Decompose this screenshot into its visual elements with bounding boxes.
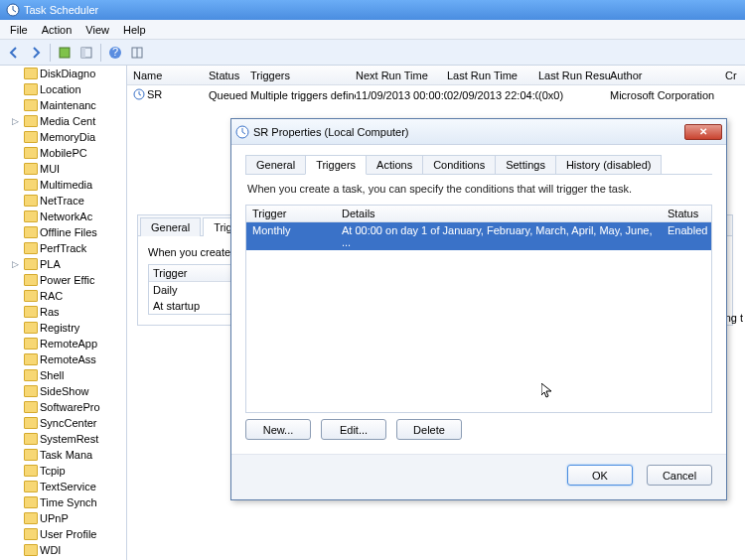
tree-item[interactable]: Multimedia — [0, 177, 126, 193]
tab-history[interactable]: History (disabled) — [555, 155, 663, 174]
new-button[interactable]: New... — [245, 419, 311, 440]
tree-item[interactable]: SoftwarePro — [0, 399, 126, 415]
properties-dialog: SR Properties (Local Computer) ✕ General… — [230, 118, 727, 500]
tree-item[interactable]: Ras — [0, 304, 126, 320]
tree-item-label: RAC — [40, 290, 63, 302]
tree-item-label: SoftwarePro — [40, 401, 100, 413]
tree-item[interactable]: WDI — [0, 542, 126, 558]
tree-item-label: RemoteAss — [40, 353, 96, 365]
dialog-tabs: General Triggers Actions Conditions Sett… — [245, 155, 712, 175]
close-button[interactable]: ✕ — [684, 124, 722, 140]
menu-help[interactable]: Help — [117, 22, 152, 38]
menu-action[interactable]: Action — [36, 22, 78, 38]
col-triggers[interactable]: Triggers — [250, 70, 356, 81]
col-status[interactable]: Status — [209, 70, 250, 81]
task-result: (0x0) — [538, 89, 610, 101]
tree-item[interactable]: MemoryDia — [0, 129, 126, 145]
tab-actions[interactable]: Actions — [366, 155, 423, 174]
th-status[interactable]: Status — [662, 206, 711, 221]
col-name[interactable]: Name — [133, 70, 209, 81]
task-name: SR — [133, 88, 209, 102]
trigger-cell-status: Enabled — [662, 222, 711, 250]
menu-view[interactable]: View — [79, 22, 115, 38]
toolbar: ? — [0, 40, 745, 66]
back-button[interactable] — [4, 43, 24, 63]
expand-icon[interactable]: ▷ — [12, 259, 19, 269]
app-icon — [6, 3, 20, 17]
tree-item[interactable]: TextService — [0, 479, 126, 494]
menu-file[interactable]: File — [4, 22, 34, 38]
tree-item[interactable]: Tcpip — [0, 463, 126, 479]
tree-item[interactable]: Location — [0, 81, 126, 97]
tree-item[interactable]: NetTrace — [0, 193, 126, 209]
dialog-title: SR Properties (Local Computer) — [253, 126, 409, 138]
tree-item-label: Maintenanc — [40, 99, 96, 111]
properties-button[interactable] — [76, 43, 96, 63]
tab-settings[interactable]: Settings — [495, 155, 556, 174]
tree-item[interactable]: PerfTrack — [0, 240, 126, 256]
tree-item-label: RemoteApp — [40, 338, 97, 350]
trigger-row-selected[interactable]: Monthly At 00:00 on day 1 of January, Fe… — [246, 222, 711, 250]
tree-item[interactable]: Offline Files — [0, 224, 126, 240]
tree-item[interactable]: Task Mana — [0, 447, 126, 463]
tree-item-label: Time Synch — [40, 496, 97, 508]
tree-item[interactable]: RemoteAss — [0, 351, 126, 367]
action-pane-button[interactable] — [55, 43, 74, 63]
tree-item[interactable]: SyncCenter — [0, 415, 126, 431]
tree-item[interactable]: Time Synch — [0, 494, 126, 510]
tree-item[interactable]: UPnP — [0, 510, 126, 526]
tree-item[interactable]: MUI — [0, 161, 126, 177]
toolbar-divider-2 — [100, 44, 101, 62]
tree-item[interactable]: RemoteApp — [0, 336, 126, 351]
ok-button[interactable]: OK — [567, 465, 633, 486]
menu-bar: File Action View Help — [0, 20, 745, 40]
columns-button[interactable] — [127, 43, 147, 63]
tree-item-label: SyncCenter — [40, 417, 96, 429]
trigger-list: Trigger Details Status Monthly At 00:00 … — [245, 205, 712, 413]
tree-item[interactable]: DiskDiagno — [0, 66, 126, 81]
cancel-button[interactable]: Cancel — [647, 465, 712, 486]
th-details[interactable]: Details — [336, 206, 662, 221]
tree-item-label: NetworkAc — [40, 210, 92, 222]
tab-triggers[interactable]: Triggers — [305, 155, 367, 175]
delete-button[interactable]: Delete — [396, 419, 462, 440]
tree-item-label: SideShow — [40, 385, 89, 397]
tree-item[interactable]: MobilePC — [0, 145, 126, 161]
col-cr[interactable]: Cr — [725, 70, 745, 81]
tree-item-label: Shell — [40, 369, 64, 381]
th-trigger[interactable]: Trigger — [246, 206, 336, 221]
dialog-titlebar[interactable]: SR Properties (Local Computer) ✕ — [231, 119, 726, 145]
tree-item-label: PLA — [40, 258, 61, 270]
tree-item-label: Power Effic — [40, 274, 94, 286]
bg-tab-general[interactable]: General — [140, 217, 201, 236]
tree-item-label: Registry — [40, 322, 79, 334]
tab-general[interactable]: General — [245, 155, 306, 174]
tree-item[interactable]: User Profile — [0, 526, 126, 542]
tree-item-label: TextService — [40, 481, 96, 492]
task-last-run: 02/09/2013 22:04:03 — [447, 89, 538, 101]
help-button[interactable]: ? — [105, 43, 125, 63]
tree-item[interactable]: SideShow — [0, 383, 126, 399]
tree-item[interactable]: ▷Media Cent — [0, 113, 126, 129]
col-author[interactable]: Author — [610, 70, 725, 81]
tree-item[interactable]: NetworkAc — [0, 209, 126, 224]
forward-button[interactable] — [26, 43, 46, 63]
tree-item[interactable]: SystemRest — [0, 431, 126, 447]
tree-item[interactable]: Shell — [0, 367, 126, 383]
tree-item-label: User Profile — [40, 528, 96, 540]
col-next-run[interactable]: Next Run Time — [356, 70, 447, 81]
col-result[interactable]: Last Run Result — [538, 70, 610, 81]
edit-button[interactable]: Edit... — [321, 419, 386, 440]
task-row[interactable]: SR Queued Multiple triggers defined 11/0… — [127, 85, 745, 105]
tree-item[interactable]: ▷PLA — [0, 256, 126, 272]
tree-item[interactable]: RAC — [0, 288, 126, 304]
tree-item[interactable]: Registry — [0, 320, 126, 336]
expand-icon[interactable]: ▷ — [12, 116, 19, 126]
svg-rect-3 — [81, 48, 85, 58]
tree-item[interactable]: Power Effic — [0, 272, 126, 288]
tree-view[interactable]: DiskDiagnoLocationMaintenanc▷Media CentM… — [0, 66, 127, 560]
tree-item-label: Multimedia — [40, 179, 92, 191]
col-last-run[interactable]: Last Run Time — [447, 70, 538, 81]
tree-item[interactable]: Maintenanc — [0, 97, 126, 113]
tab-conditions[interactable]: Conditions — [422, 155, 496, 174]
